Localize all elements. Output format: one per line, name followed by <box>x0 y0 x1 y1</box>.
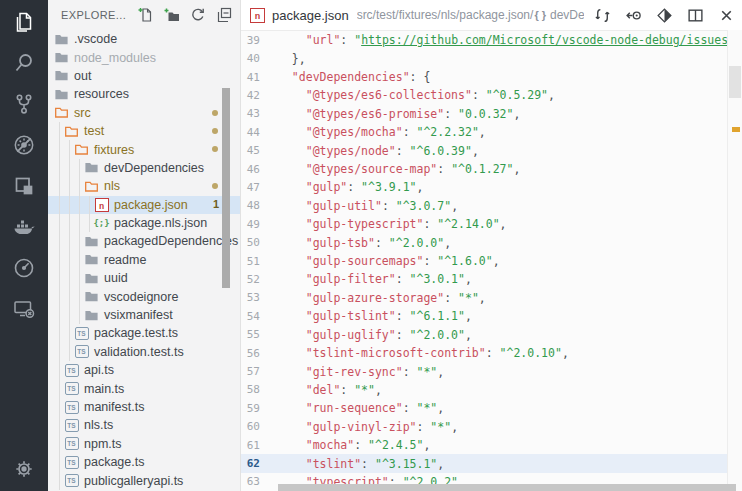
activity-source-control-button[interactable] <box>12 92 36 116</box>
code-line-49[interactable]: 49 "gulp-typescript": "^2.14.0", <box>241 215 728 233</box>
tree-item-readme[interactable]: readme <box>48 251 240 269</box>
tree-item-label: src <box>74 106 91 120</box>
line-number: 47 <box>241 181 260 194</box>
synchronize-changes-button[interactable] <box>594 7 611 24</box>
editor-vertical-scrollbar[interactable] <box>727 30 742 491</box>
typescript-file-icon: TS <box>64 436 79 451</box>
activity-search-button[interactable] <box>12 51 36 75</box>
horizontal-scrollbar-thumb[interactable] <box>278 484 736 491</box>
tree-item-vscodeignore[interactable]: vscodeignore <box>48 287 240 305</box>
settings-button[interactable] <box>12 457 36 481</box>
tree-item-nls[interactable]: nls <box>48 177 240 195</box>
code-line-51[interactable]: 51 "gulp-sourcemaps": "^1.6.0", <box>241 252 728 270</box>
typescript-file-icon: TS <box>64 455 79 470</box>
sidebar-scrollbar-thumb[interactable] <box>222 88 230 288</box>
code-line-61[interactable]: 61 "mocha": "^2.4.5", <box>241 436 728 454</box>
split-editor-button[interactable] <box>687 7 704 24</box>
code-line-58[interactable]: 58 "del": "*", <box>241 381 728 399</box>
tree-item-label: package.json <box>114 198 188 212</box>
editor-horizontal-scrollbar[interactable] <box>278 484 728 491</box>
line-content: "gulp-vinyl-zip": "*", <box>260 420 458 434</box>
code-line-57[interactable]: 57 "git-rev-sync": "*", <box>241 362 728 380</box>
editor-tab[interactable]: n package.json src/test/fixtures/nls/pac… <box>241 0 742 31</box>
indent-guide <box>59 251 60 269</box>
code-line-47[interactable]: 47 "gulp": "^3.9.1", <box>241 178 728 196</box>
new-folder-button[interactable] <box>164 7 180 23</box>
tree-item-package.ts[interactable]: TSpackage.ts <box>48 453 240 471</box>
code-line-45[interactable]: 45 "@types/node": "^6.0.39", <box>241 141 728 159</box>
activity-remote-display-button[interactable] <box>12 297 36 321</box>
tree-item-uuid[interactable]: uuid <box>48 269 240 287</box>
tree-item-package.test.ts[interactable]: TSpackage.test.ts <box>48 324 240 342</box>
folder-icon <box>54 50 69 65</box>
line-number: 58 <box>241 383 260 396</box>
tree-item-nls.ts[interactable]: TSnls.ts <box>48 416 240 434</box>
new-folder-icon <box>164 7 180 23</box>
indent-guide <box>69 306 70 324</box>
tree-item-label: validation.test.ts <box>94 345 184 359</box>
code-line-56[interactable]: 56 "tslint-microsoft-contrib": "^2.0.10"… <box>241 344 728 362</box>
sidebar-header: EXPLORE... <box>48 0 240 29</box>
tree-item-manifest.ts[interactable]: TSmanifest.ts <box>48 398 240 416</box>
code-line-40[interactable]: 40 }, <box>241 49 728 67</box>
activity-explorer-button[interactable] <box>12 10 36 34</box>
breadcrumb[interactable]: src/test/fixtures/nls/package.json/ { } … <box>357 8 584 22</box>
tree-item-resources[interactable]: resources <box>48 85 240 103</box>
new-file-button[interactable] <box>138 7 154 23</box>
code-line-59[interactable]: 59 "run-sequence": "*", <box>241 399 728 417</box>
tree-item-vsixmanifest[interactable]: vsixmanifest <box>48 306 240 324</box>
tree-item-npm.ts[interactable]: TSnpm.ts <box>48 435 240 453</box>
tree-item-publicgalleryapi.ts[interactable]: TSpublicgalleryapi.ts <box>48 471 240 489</box>
tree-item-label: npm.ts <box>84 437 122 451</box>
tree-item-fixtures[interactable]: fixtures <box>48 140 240 158</box>
open-preview-button[interactable] <box>625 7 642 24</box>
tree-item-devDependencies[interactable]: devDependencies <box>48 159 240 177</box>
tree-item-out[interactable]: out <box>48 67 240 85</box>
code-line-53[interactable]: 53 "gulp-azure-storage": "*", <box>241 289 728 307</box>
code-line-50[interactable]: 50 "gulp-tsb": "^2.0.0", <box>241 233 728 251</box>
code-line-54[interactable]: 54 "gulp-tslint": "^6.1.1", <box>241 307 728 325</box>
line-content: "@types/source-map": "^0.1.27", <box>260 162 520 176</box>
tree-item-package.json[interactable]: npackage.json1 <box>48 196 240 214</box>
tree-item-api.ts[interactable]: TSapi.ts <box>48 361 240 379</box>
line-content: "tslint": "^3.15.1", <box>260 457 444 471</box>
activity-extensions-button[interactable] <box>12 174 36 198</box>
collapse-all-button[interactable] <box>216 7 232 23</box>
open-preview-icon <box>625 7 642 24</box>
code-line-39[interactable]: 39 "url": "https://github.com/Microsoft/… <box>241 31 728 49</box>
tree-item-package.nls.json[interactable]: {;}package.nls.json <box>48 214 240 232</box>
tree-item-src[interactable]: src <box>48 104 240 122</box>
code-line-52[interactable]: 52 "gulp-filter": "^3.0.1", <box>241 270 728 288</box>
code-line-48[interactable]: 48 "gulp-util": "^3.0.7", <box>241 197 728 215</box>
code-line-60[interactable]: 60 "gulp-vinyl-zip": "*", <box>241 418 728 436</box>
code-line-42[interactable]: 42 "@types/es6-collections": "^0.5.29", <box>241 86 728 104</box>
refresh-button[interactable] <box>190 7 206 23</box>
tree-item-label: nls.ts <box>84 418 113 432</box>
activity-docker-button[interactable] <box>12 215 36 239</box>
code-line-55[interactable]: 55 "gulp-uglify": "^2.0.0", <box>241 326 728 344</box>
indent-guide <box>59 453 60 471</box>
tree-item-main.ts[interactable]: TSmain.ts <box>48 379 240 397</box>
indent-guide <box>59 343 60 361</box>
gear-icon <box>12 457 36 481</box>
code-line-62[interactable]: 62 "tslint": "^3.15.1", <box>241 454 728 472</box>
tree-item-test[interactable]: test <box>48 122 240 140</box>
activity-gauge-button[interactable] <box>12 256 36 280</box>
tree-item-validation.test.ts[interactable]: TSvalidation.test.ts <box>48 343 240 361</box>
folder-open-icon <box>84 179 99 194</box>
code-line-46[interactable]: 46 "@types/source-map": "^0.1.27", <box>241 160 728 178</box>
code-line-44[interactable]: 44 "@types/mocha": "^2.2.32", <box>241 123 728 141</box>
code-line-41[interactable]: 41 "devDependencies": { <box>241 68 728 86</box>
refresh-icon <box>190 7 206 23</box>
close-tab-button[interactable] <box>718 7 735 24</box>
tree-item-.vscode[interactable]: .vscode <box>48 30 240 48</box>
url-link[interactable]: https://github.com/Microsoft/vscode-node… <box>361 33 728 47</box>
vertical-scrollbar-thumb[interactable] <box>729 66 741 98</box>
tree-item-node_modules[interactable]: node_modules <box>48 48 240 66</box>
activity-debug-disabled-button[interactable] <box>12 133 36 157</box>
tree-item-label: package.ts <box>84 455 144 469</box>
code-area[interactable]: 39 "url": "https://github.com/Microsoft/… <box>241 30 728 491</box>
format-button[interactable] <box>656 7 673 24</box>
tree-item-packagedDependencies[interactable]: packagedDependencies <box>48 232 240 250</box>
code-line-43[interactable]: 43 "@types/es6-promise": "0.0.32", <box>241 105 728 123</box>
